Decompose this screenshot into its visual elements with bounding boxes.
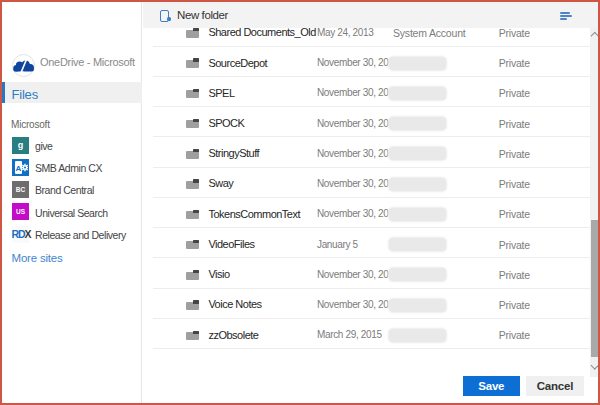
svg-text:A: A bbox=[15, 163, 21, 172]
svg-text:X: X bbox=[25, 228, 32, 240]
